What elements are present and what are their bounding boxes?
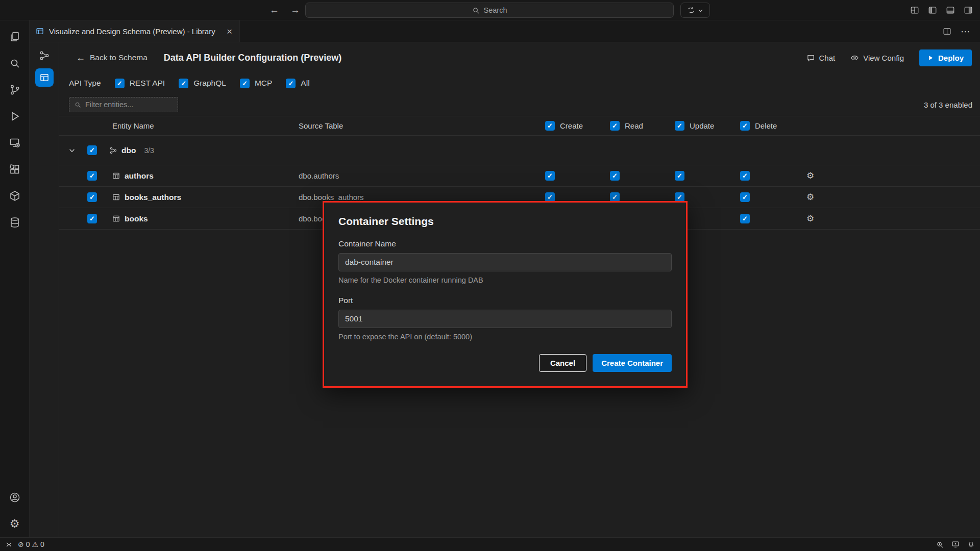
books-delete-checkbox[interactable]	[740, 214, 750, 223]
entity-filter-placeholder: Filter entities...	[85, 101, 133, 109]
mcp-checkbox[interactable]	[240, 79, 250, 88]
chevron-down-icon[interactable]	[68, 147, 87, 154]
entity-filter-row: Filter entities... 3 of 3 enabled	[59, 93, 980, 116]
containers-icon[interactable]	[0, 183, 30, 209]
filter-all[interactable]: All	[286, 79, 309, 88]
toggle-secondary-sidebar-icon[interactable]	[964, 6, 973, 15]
chat-button[interactable]: Chat	[806, 54, 836, 62]
filter-graphql[interactable]: GraphQL	[179, 79, 226, 88]
play-icon	[927, 55, 934, 61]
search-label: Search	[484, 6, 507, 14]
page-title: Data API Builder Configuration (Preview)	[164, 53, 341, 63]
toggle-panel-icon[interactable]	[946, 6, 955, 15]
session-menu-button[interactable]	[680, 3, 710, 18]
more-actions-icon[interactable]: ⋯	[961, 26, 971, 37]
update-all-checkbox[interactable]	[675, 121, 684, 131]
all-checkbox[interactable]	[286, 79, 296, 88]
database-icon[interactable]	[0, 209, 30, 236]
view-config-button[interactable]: View Config	[850, 54, 904, 62]
table-row-authors[interactable]: authors dbo.authors ⚙	[59, 165, 980, 187]
tab-close-button[interactable]: ×	[226, 27, 233, 36]
layout-controls	[910, 0, 973, 20]
command-center-search[interactable]: Search	[305, 3, 674, 18]
port-input[interactable]	[338, 310, 672, 328]
settings-gear-icon[interactable]: ⚙	[0, 511, 30, 537]
extensions-icon[interactable]	[0, 156, 30, 183]
filter-search-icon	[75, 102, 81, 108]
books-authors-enabled-checkbox[interactable]	[87, 192, 97, 202]
schema-graph-icon[interactable]	[35, 47, 54, 64]
authors-delete-checkbox[interactable]	[740, 171, 750, 181]
chat-icon	[806, 54, 815, 62]
back-arrow-icon: ←	[76, 53, 85, 63]
nav-forward-button[interactable]: →	[290, 5, 300, 16]
warnings-icon: ⚠	[32, 540, 39, 548]
col-source-table: Source Table	[299, 121, 545, 130]
entity-table-header: Entity Name Source Table Create Read	[59, 116, 980, 136]
container-name-help: Name for the Docker container running DA…	[338, 276, 672, 284]
search-icon	[472, 7, 480, 14]
authors-update-checkbox[interactable]	[675, 171, 684, 181]
container-settings-dialog: Container Settings Container Name Name f…	[323, 201, 688, 388]
explorer-icon[interactable]	[0, 23, 30, 50]
schema-icon	[109, 146, 117, 155]
tab-visualize-schema[interactable]: Visualize and Design Schema (Preview) - …	[30, 20, 240, 42]
group-count: 3/3	[144, 146, 154, 155]
schema-group-row[interactable]: dbo 3/3	[59, 136, 980, 165]
col-read: Read	[610, 121, 675, 131]
run-debug-icon[interactable]	[0, 103, 30, 130]
group-name: dbo	[121, 146, 136, 155]
remote-explorer-icon[interactable]	[0, 130, 30, 156]
cancel-button[interactable]: Cancel	[539, 354, 586, 372]
rest-api-checkbox[interactable]	[115, 79, 125, 88]
books-enabled-checkbox[interactable]	[87, 214, 97, 223]
authors-settings-icon[interactable]: ⚙	[806, 170, 980, 181]
books-settings-icon[interactable]: ⚙	[806, 213, 980, 224]
port-help: Port to expose the API on (default: 5000…	[338, 333, 672, 341]
tab-title: Visualize and Design Schema (Preview) - …	[49, 27, 220, 36]
notifications-bell-icon[interactable]	[967, 541, 975, 548]
screencast-icon[interactable]	[951, 540, 960, 548]
activity-bar: ⚙	[0, 20, 30, 537]
back-label: Back to Schema	[90, 53, 148, 62]
books-authors-settings-icon[interactable]: ⚙	[806, 192, 980, 203]
create-container-button[interactable]: Create Container	[593, 354, 672, 372]
back-to-schema-link[interactable]: ← Back to Schema	[76, 53, 148, 63]
api-type-label: API Type	[69, 79, 101, 88]
create-all-checkbox[interactable]	[545, 121, 555, 131]
col-delete: Delete	[740, 121, 805, 131]
data-api-builder-button[interactable]	[35, 68, 54, 87]
split-editor-icon[interactable]	[943, 27, 951, 36]
remote-indicator-icon[interactable]	[5, 541, 13, 548]
group-dbo-checkbox[interactable]	[87, 145, 97, 155]
accounts-icon[interactable]	[0, 484, 30, 511]
problems-indicator[interactable]: ⊘ 0 ⚠ 0	[18, 540, 44, 548]
books-authors-delete-checkbox[interactable]	[740, 192, 750, 202]
deploy-button[interactable]: Deploy	[919, 49, 972, 66]
filter-mcp[interactable]: MCP	[240, 79, 272, 88]
history-nav: ← →	[270, 0, 300, 20]
status-bar: ⊘ 0 ⚠ 0	[0, 537, 980, 551]
filter-rest-api[interactable]: REST API	[115, 79, 165, 88]
customize-layout-icon[interactable]	[910, 6, 919, 15]
read-all-checkbox[interactable]	[610, 121, 620, 131]
entity-filter-input[interactable]: Filter entities...	[69, 97, 178, 112]
container-name-input[interactable]	[338, 253, 672, 271]
graphql-checkbox[interactable]	[179, 79, 188, 88]
chevron-down-icon	[698, 8, 703, 13]
table-icon	[112, 193, 120, 201]
table-icon	[112, 215, 120, 222]
dialog-title: Container Settings	[338, 215, 672, 228]
authors-create-checkbox[interactable]	[545, 171, 555, 181]
schema-preview-tab-icon	[36, 27, 44, 35]
nav-back-button[interactable]: ←	[270, 5, 279, 16]
warnings-count: 0	[40, 540, 44, 548]
toggle-sidebar-icon[interactable]	[928, 6, 937, 15]
authors-read-checkbox[interactable]	[610, 171, 620, 181]
search-view-icon[interactable]	[0, 50, 30, 77]
dab-config-panel: ← Back to Schema Data API Builder Config…	[59, 42, 980, 537]
zoom-icon[interactable]	[936, 541, 944, 548]
authors-enabled-checkbox[interactable]	[87, 171, 97, 181]
delete-all-checkbox[interactable]	[740, 121, 750, 131]
source-control-icon[interactable]	[0, 77, 30, 103]
